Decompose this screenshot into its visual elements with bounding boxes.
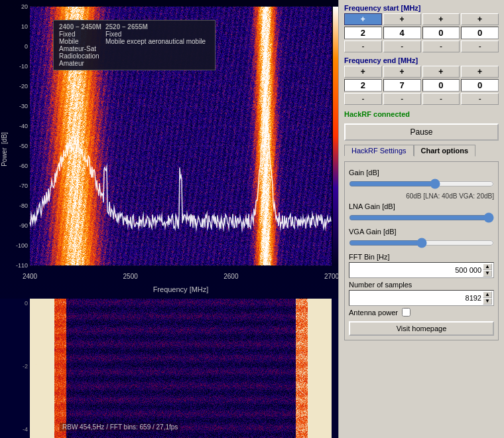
freq-start-plus-3[interactable]: +	[461, 13, 499, 25]
freq-start-minus-1[interactable]: -	[383, 40, 421, 52]
freq-start-plus-1[interactable]: +	[383, 13, 421, 25]
tab-hackrf[interactable]: HackRF Settings	[344, 145, 414, 156]
freq-end-label: Frequency end [MHz]	[344, 56, 499, 64]
left-panel: 2400 – 2450M 2520 – 2655M Fixed Fixed Mo…	[0, 0, 338, 438]
freq-end-plus-1[interactable]: +	[383, 66, 421, 78]
vga-slider[interactable]	[349, 237, 494, 249]
lna-slider-container	[349, 212, 494, 225]
tabs-bar: HackRF Settings Chart options	[344, 145, 499, 156]
freq-end-minus-3[interactable]: -	[461, 93, 499, 105]
freq-start-label: Frequency start [MHz]	[344, 4, 499, 12]
fft-bin-input[interactable]	[428, 266, 481, 274]
freq-end-plus-3[interactable]: +	[461, 66, 499, 78]
homepage-button[interactable]: Visit homepage	[349, 321, 494, 336]
rbw-label: RBW 454,5Hz / FFT bins: 659 / 27,1fps	[60, 423, 180, 431]
fft-bin-down[interactable]: ▼	[483, 270, 492, 277]
gain-slider[interactable]	[349, 178, 494, 190]
spectrum-chart: 2400 – 2450M 2520 – 2655M Fixed Fixed Mo…	[0, 0, 338, 299]
vga-slider-container	[349, 237, 494, 250]
num-samples-input[interactable]	[428, 294, 481, 302]
num-samples-spinners: ▲ ▼	[483, 291, 492, 305]
vga-label: VGA Gain [dB]	[349, 228, 494, 236]
gain-label: Gain [dB]	[349, 169, 494, 177]
freq-end-minus-0[interactable]: -	[344, 93, 382, 105]
freq-end-section: Frequency end [MHz] + + + + 2 7 0 0 - - …	[344, 56, 499, 106]
freq-end-minus-row: - - - -	[344, 93, 499, 105]
freq-start-minus-0[interactable]: -	[344, 40, 382, 52]
lna-label: LNA Gain [dB]	[349, 202, 494, 210]
freq-end-minus-1[interactable]: -	[383, 93, 421, 105]
freq-end-plus-2[interactable]: +	[422, 66, 460, 78]
antenna-checkbox[interactable]	[402, 308, 410, 317]
tab-chart[interactable]: Chart options	[414, 145, 476, 157]
antenna-row: Antenna power	[349, 308, 494, 317]
gain-slider-container	[349, 178, 494, 191]
fft-bin-up[interactable]: ▲	[483, 263, 492, 270]
freq-start-minus-row: - - - -	[344, 40, 499, 52]
freq-end-digit-2: 0	[422, 79, 460, 92]
status-line: HackRF connected	[344, 110, 499, 118]
freq-end-plus-0[interactable]: +	[344, 66, 382, 78]
fft-bin-label: FFT Bin [Hz]	[349, 253, 494, 261]
freq-start-minus-2[interactable]: -	[422, 40, 460, 52]
freq-end-digit-1: 7	[383, 79, 421, 92]
status-label: HackRF connected	[344, 110, 410, 118]
freq-start-plus-0[interactable]: +	[344, 13, 382, 25]
freq-start-digit-2: 0	[422, 27, 460, 39]
freq-start-digit-0: 2	[344, 27, 382, 39]
spectrum-canvas	[0, 0, 338, 299]
freq-end-digit-3: 0	[461, 79, 499, 92]
waterfall: RBW 454,5Hz / FFT bins: 659 / 27,1fps	[0, 299, 338, 438]
antenna-label: Antenna power	[349, 309, 398, 317]
fft-bin-spinners: ▲ ▼	[483, 263, 492, 277]
waterfall-canvas	[0, 299, 338, 438]
freq-end-digits-row: 2 7 0 0	[344, 79, 499, 92]
pause-button[interactable]: Pause	[344, 123, 499, 141]
num-samples-label: Number of samples	[349, 281, 494, 289]
freq-end-plus-row: + + + +	[344, 66, 499, 78]
gain-value: 60dB [LNA: 40dB VGA: 20dB]	[349, 192, 494, 200]
freq-start-digits-row: 2 4 0 0	[344, 27, 499, 39]
freq-start-digit-1: 4	[383, 27, 421, 39]
freq-start-minus-3[interactable]: -	[461, 40, 499, 52]
freq-start-plus-2[interactable]: +	[422, 13, 460, 25]
freq-end-digit-0: 2	[344, 79, 382, 92]
freq-start-plus-row: + + + +	[344, 13, 499, 25]
lna-slider[interactable]	[349, 212, 494, 224]
right-panel: Frequency start [MHz] + + + + 2 4 0 0 - …	[338, 0, 504, 438]
fft-bin-row: ▲ ▼	[349, 262, 494, 278]
num-samples-row: ▲ ▼	[349, 290, 494, 306]
tab-content-chart: Gain [dB] 60dB [LNA: 40dB VGA: 20dB] LNA…	[344, 161, 499, 340]
freq-start-section: Frequency start [MHz] + + + + 2 4 0 0 - …	[344, 4, 499, 54]
freq-start-digit-3: 0	[461, 27, 499, 39]
num-samples-down[interactable]: ▼	[483, 298, 492, 305]
num-samples-up[interactable]: ▲	[483, 291, 492, 298]
freq-end-minus-2[interactable]: -	[422, 93, 460, 105]
